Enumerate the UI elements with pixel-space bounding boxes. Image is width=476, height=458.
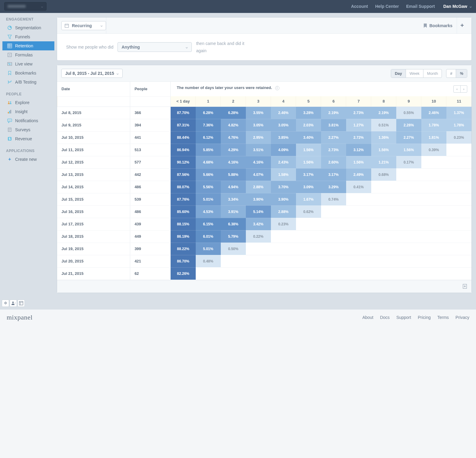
- svg-point-10: [8, 101, 9, 103]
- sidebar-item-segmentation[interactable]: Segmentation: [4, 23, 53, 32]
- footer-pricing[interactable]: Pricing: [418, 315, 431, 320]
- retention-cell: 2.95%: [246, 131, 271, 144]
- retention-cell: 1.81%: [421, 131, 446, 144]
- retention-cell: [271, 243, 296, 255]
- add-button[interactable]: +: [457, 17, 467, 33]
- dollar-icon: S: [7, 136, 12, 141]
- cell-date: Jul 14, 2015: [57, 181, 130, 193]
- retention-cell: [346, 267, 371, 280]
- link-help-center[interactable]: Help Center: [375, 4, 399, 9]
- retention-cell: 4.94%: [221, 181, 246, 193]
- sidebar-item-surveys[interactable]: Surveys: [4, 125, 53, 134]
- retention-cell: 6.15%: [196, 218, 221, 230]
- retention-cell: 3.85%: [271, 131, 296, 144]
- event-selector[interactable]: Anything ⌵: [117, 42, 192, 52]
- retention-cell: 7.36%: [196, 119, 221, 131]
- retention-cell: [371, 243, 396, 255]
- granularity-month[interactable]: Month: [423, 69, 442, 78]
- sidebar-item-formulas[interactable]: Formulas: [4, 50, 53, 59]
- retention-cell: [421, 205, 446, 218]
- sidebar-item-revenue[interactable]: S Revenue: [4, 134, 53, 143]
- table-row: Jul 12, 201557790.12%4.68%4.16%4.16%2.43…: [57, 156, 472, 168]
- user-add-icon[interactable]: +: [10, 300, 17, 307]
- table-row: Jul 8, 201536687.70%6.28%6.28%3.55%2.46%…: [57, 107, 472, 119]
- retention-cell: [321, 267, 346, 280]
- header-people: People: [130, 82, 171, 96]
- cell-people: 449: [130, 230, 171, 243]
- bucket-header-9: 9: [396, 96, 421, 107]
- layout-icon[interactable]: [18, 300, 25, 307]
- pager-next[interactable]: ›: [460, 86, 467, 92]
- footer-terms[interactable]: Terms: [437, 315, 449, 320]
- cell-date: Jul 18, 2015: [57, 230, 130, 243]
- retention-cell: 4.09%: [271, 144, 296, 156]
- granularity-day[interactable]: Day: [391, 69, 406, 78]
- retention-cell: [446, 144, 471, 156]
- sidebar-item-insight[interactable]: Insight: [4, 107, 53, 116]
- format-percent[interactable]: %: [456, 69, 467, 78]
- retention-cell: 2.46%: [421, 107, 446, 119]
- svg-point-16: [8, 120, 9, 121]
- retention-cell: 4.82%: [221, 119, 246, 131]
- format-number[interactable]: #: [446, 69, 456, 78]
- retention-cell: [246, 267, 271, 280]
- sidebar-item-ab-testing[interactable]: A/B Testing: [4, 78, 53, 87]
- pager-prev[interactable]: ‹: [454, 86, 460, 92]
- link-account[interactable]: Account: [351, 4, 368, 9]
- sidebar-item-live-view[interactable]: Live view: [4, 59, 53, 68]
- retention-cell: 85.60%: [171, 205, 196, 218]
- granularity-week[interactable]: Week: [406, 69, 423, 78]
- retention-cell: 1.56%: [296, 144, 321, 156]
- retention-cell: 4.53%: [196, 205, 221, 218]
- retention-cell: 3.05%: [246, 119, 271, 131]
- footer-docs[interactable]: Docs: [380, 315, 390, 320]
- user-menu[interactable]: Dan McGaw ⌵: [443, 4, 472, 9]
- retention-cell: 3.17%: [296, 168, 321, 181]
- retention-cell: 1.78%: [446, 119, 471, 131]
- retention-cell: 3.90%: [271, 193, 296, 205]
- sidebar-item-retention[interactable]: Retention: [2, 41, 54, 50]
- sidebar-item-explore[interactable]: Explore: [4, 98, 53, 107]
- bucket-header-8: 8: [371, 96, 396, 107]
- retention-cell: 0.41%: [346, 181, 371, 193]
- retention-cell: [321, 205, 346, 218]
- retention-cell: 1.58%: [271, 168, 296, 181]
- retention-cell: 2.43%: [271, 156, 296, 168]
- retention-cell: 1.21%: [371, 156, 396, 168]
- sidebar-item-create-new[interactable]: + Create new: [4, 155, 53, 164]
- topbar: ⌵ Account Help Center Email Support Dan …: [0, 0, 476, 13]
- cell-people: 513: [130, 144, 171, 156]
- footer-privacy[interactable]: Privacy: [455, 315, 469, 320]
- retention-cell: [396, 267, 421, 280]
- retention-cell: 1.27%: [346, 119, 371, 131]
- recurring-selector[interactable]: Recurring ⌵: [61, 21, 106, 30]
- bookmarks-button[interactable]: Bookmarks: [423, 17, 457, 33]
- cell-people: 486: [130, 205, 171, 218]
- sidebar-item-bookmarks[interactable]: Bookmarks: [4, 68, 53, 78]
- retention-cell: [346, 230, 371, 243]
- link-email-support[interactable]: Email Support: [406, 4, 435, 9]
- cell-people: 441: [130, 131, 171, 144]
- date-range-picker[interactable]: Jul 8, 2015 - Jul 21, 2015 ⌵: [61, 69, 123, 78]
- sidebar-item-funnels[interactable]: Funnels: [4, 32, 53, 41]
- gear-icon[interactable]: ✲: [2, 300, 9, 307]
- footer-support[interactable]: Support: [396, 315, 411, 320]
- retention-cell: 2.28%: [396, 119, 421, 131]
- retention-cell: [346, 243, 371, 255]
- retention-cell: 3.55%: [246, 107, 271, 119]
- retention-cell: [446, 205, 471, 218]
- table-row: Jul 14, 201548688.07%5.56%4.94%2.88%3.70…: [57, 181, 472, 193]
- user-name: Dan McGaw: [443, 4, 467, 9]
- project-selector[interactable]: ⌵: [4, 2, 47, 11]
- info-icon[interactable]: i: [275, 86, 279, 90]
- footer-about[interactable]: About: [362, 315, 374, 320]
- retention-cell: 87.70%: [171, 107, 196, 119]
- sidebar-item-notifications[interactable]: Notifications: [4, 116, 53, 125]
- cell-date: Jul 19, 2015: [57, 243, 130, 255]
- cell-people: 394: [130, 119, 171, 131]
- retention-cell: 0.50%: [221, 243, 246, 255]
- retention-cell: 87.31%: [171, 119, 196, 131]
- export-button[interactable]: [462, 284, 467, 289]
- cell-date: Jul 8, 2015: [57, 107, 130, 119]
- retention-cell: [396, 205, 421, 218]
